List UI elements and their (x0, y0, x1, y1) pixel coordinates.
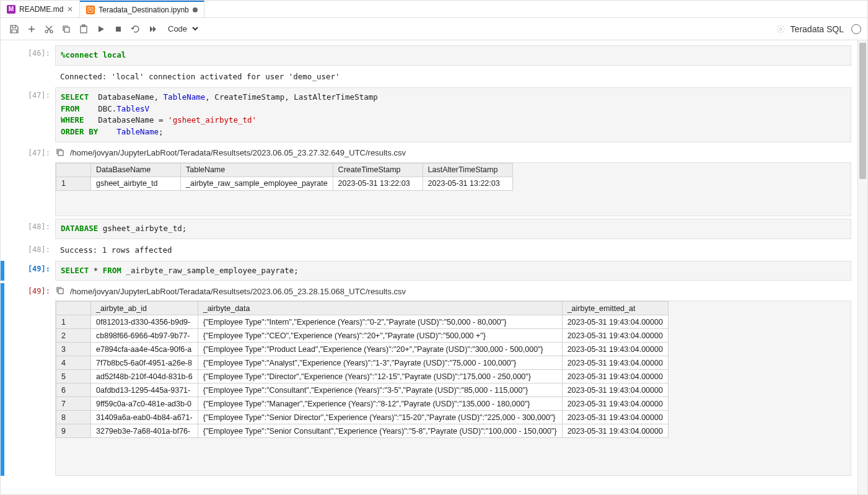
markdown-icon: M (7, 5, 15, 14)
column-header[interactable]: _airbyte_data (198, 302, 562, 315)
table-row: 93279eb3e-7a68-401a-bf76-{"Employee Type… (56, 424, 669, 438)
jupyterlab-app: M README.md ✕ Teradata_Destination.ipynb… (0, 0, 868, 495)
table-row: 3e7894cfa-aa4e-45ca-90f6-a{"Employee Typ… (56, 343, 669, 356)
input-prompt: [49]: (4, 261, 55, 281)
column-header[interactable]: LastAlterTimeStamp (423, 163, 512, 177)
run-button[interactable] (94, 22, 108, 37)
table-row: 831409a6a-eab0-4b84-a671-{"Employee Type… (56, 411, 669, 424)
table-row: 79ff59c0a-a7c0-481e-ad3b-0{"Employee Typ… (56, 397, 669, 411)
tab-label: README.md (19, 5, 63, 14)
svg-rect-10 (58, 151, 63, 156)
code-cell[interactable]: [48]: DATABASE gsheet_airbyte_td; (1, 219, 861, 239)
code-editor[interactable]: %connect local (55, 45, 851, 66)
result-path: /home/jovyan/JupyterLabRoot/Teradata/Res… (70, 287, 406, 296)
svg-rect-8 (116, 27, 121, 32)
tab-readme[interactable]: M README.md ✕ (1, 1, 80, 17)
interrupt-button[interactable] (111, 22, 126, 37)
column-header[interactable]: _airbyte_emitted_at (562, 302, 668, 315)
settings-icon[interactable] (773, 22, 788, 37)
scrollbar-thumb[interactable] (859, 43, 866, 179)
notebook-icon (86, 6, 95, 14)
restart-run-all-button[interactable] (146, 22, 160, 37)
table-row: 10f812013-d330-4356-b9d9-{"Employee Type… (56, 315, 669, 329)
cut-button[interactable] (42, 22, 56, 37)
table-row: 2cb898f66-6966-4b97-9b77-{"Employee Type… (56, 329, 669, 343)
table-row: 1gsheet_airbyte_td_airbyte_raw_sample_em… (56, 177, 513, 190)
output-prompt: [47]: (4, 145, 55, 216)
input-prompt: [46]: (4, 45, 55, 66)
insert-cell-button[interactable] (24, 22, 39, 37)
result-table: _airbyte_ab_id_airbyte_data_airbyte_emit… (56, 301, 669, 438)
vertical-scrollbar[interactable] (857, 40, 867, 494)
code-editor[interactable]: SELECT DatabaseName, TableName, CreateTi… (55, 87, 851, 142)
column-header[interactable]: _airbyte_ab_id (91, 302, 198, 315)
copy-icon[interactable] (55, 286, 66, 297)
notebook-toolbar: Code Teradata SQL (1, 18, 867, 40)
column-header[interactable]: CreateTimeStamp (333, 163, 423, 177)
input-prompt: [48]: (4, 219, 55, 239)
column-header[interactable]: TableName (181, 163, 333, 177)
notebook-scroll[interactable]: [46]: %connect local Connected: 'local' … (1, 40, 867, 494)
table-row: 60afdbd13-1295-445a-9371-{"Employee Type… (56, 383, 669, 397)
copy-button[interactable] (59, 22, 74, 37)
restart-button[interactable] (128, 22, 143, 37)
copy-icon[interactable] (55, 147, 66, 159)
output-text: Connected: 'local' connection activated … (55, 68, 851, 85)
cell-type-select[interactable]: Code (163, 22, 200, 35)
kernel-name[interactable]: Teradata SQL (791, 24, 844, 34)
close-icon[interactable]: ✕ (67, 5, 73, 14)
paste-button[interactable] (76, 22, 91, 37)
dirty-indicator-icon (193, 7, 198, 12)
save-button[interactable] (7, 22, 22, 37)
svg-rect-1 (89, 9, 92, 9)
tab-notebook[interactable]: Teradata_Destination.ipynb (80, 1, 204, 17)
output-area: [47]: /home/jovyan/JupyterLabRoot/Terada… (1, 145, 861, 216)
output-prompt: [49]: (4, 283, 55, 476)
svg-point-9 (779, 28, 782, 30)
output-area: [48]: Success: 1 rows affected (1, 242, 861, 258)
input-prompt: [47]: (4, 87, 55, 142)
svg-rect-11 (58, 289, 63, 294)
table-row: 47f7b8bc5-6a0f-4951-a26e-8{"Employee Typ… (56, 356, 669, 370)
code-cell[interactable]: [46]: %connect local (1, 45, 861, 66)
svg-rect-6 (81, 26, 87, 33)
tab-bar: M README.md ✕ Teradata_Destination.ipynb (1, 1, 867, 18)
output-area: Connected: 'local' connection activated … (1, 68, 861, 85)
tab-label: Teradata_Destination.ipynb (99, 6, 188, 14)
svg-rect-2 (89, 10, 92, 11)
output-text: Success: 1 rows affected (55, 242, 851, 258)
code-cell[interactable]: [49]: SELECT * FROM _airbyte_raw_sample_… (1, 261, 861, 281)
table-row: 5ad52f48b-210f-404d-831b-6{"Employee Typ… (56, 370, 669, 383)
result-table: DataBaseNameTableNameCreateTimeStampLast… (56, 163, 513, 191)
code-cell[interactable]: [47]: SELECT DatabaseName, TableName, Cr… (1, 87, 861, 142)
output-area: [49]: /home/jovyan/JupyterLabRoot/Terada… (1, 283, 861, 476)
column-header[interactable]: DataBaseName (91, 163, 181, 177)
code-editor[interactable]: SELECT * FROM _airbyte_raw_sample_employ… (55, 261, 851, 281)
output-prompt: [48]: (4, 242, 55, 258)
code-editor[interactable]: DATABASE gsheet_airbyte_td; (55, 219, 851, 239)
svg-rect-5 (64, 27, 69, 32)
result-path: /home/jovyan/JupyterLabRoot/Teradata/Res… (70, 148, 406, 157)
kernel-status-icon[interactable] (851, 24, 861, 34)
